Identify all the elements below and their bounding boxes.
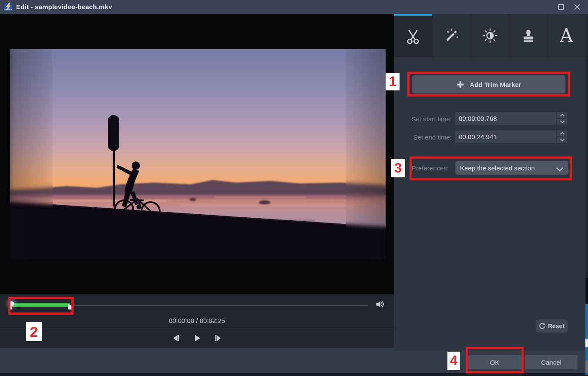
magic-wand-icon (444, 27, 460, 44)
reset-button[interactable]: Reset (536, 319, 568, 333)
edit-side-panel: A Add Trim Marker Set start time: Set en… (394, 14, 585, 350)
previous-frame-icon (171, 333, 181, 343)
tab-text[interactable]: A (547, 14, 585, 57)
plus-icon (456, 80, 464, 89)
start-time-up-button[interactable] (557, 112, 567, 118)
window-title: Edit - samplevideo-beach.mkv (16, 0, 112, 14)
bottom-edge-strip (0, 373, 588, 376)
reset-refresh-icon (539, 323, 545, 329)
trim-selection-segment[interactable] (12, 303, 70, 307)
start-time-spinner (557, 112, 567, 125)
ok-button[interactable]: OK (467, 355, 522, 369)
player-controls: 00:00:00 / 00:02:25 (0, 294, 394, 348)
end-time-label: Set end time: (400, 133, 452, 141)
start-time-input[interactable] (455, 112, 556, 125)
next-frame-icon (214, 333, 223, 343)
chevron-down-icon (560, 138, 565, 142)
speaker-icon (375, 299, 385, 309)
add-trim-marker-label: Add Trim Marker (470, 81, 521, 88)
scissors-icon (405, 28, 421, 45)
brightness-icon (482, 27, 498, 44)
cancel-button[interactable]: Cancel (525, 355, 578, 369)
preview-blur-band-left (10, 49, 53, 260)
start-time-label: Set start time: (400, 115, 452, 123)
chevron-down-icon (560, 120, 565, 123)
preview-blur-band-right (346, 49, 386, 260)
maximize-button[interactable] (554, 2, 568, 12)
chevron-down-icon (551, 166, 564, 173)
end-time-input[interactable] (455, 130, 556, 143)
next-frame-button[interactable] (214, 333, 223, 343)
add-trim-marker-button[interactable]: Add Trim Marker (412, 75, 565, 93)
beach-sunset-scene (10, 49, 386, 260)
tab-trim[interactable] (394, 14, 432, 57)
reset-label: Reset (548, 323, 564, 329)
previous-frame-button[interactable] (171, 333, 181, 343)
playhead[interactable] (9, 301, 14, 306)
video-stage: 00:00:00 / 00:02:25 (0, 14, 394, 348)
preferences-label: Preferences: (412, 164, 449, 172)
preferences-selected-value: Keep the selected section (455, 164, 535, 172)
title-bar[interactable]: Edit - samplevideo-beach.mkv (0, 0, 588, 14)
bottom-bar-left (0, 348, 394, 373)
text-a-icon: A (560, 27, 573, 45)
app-logo-icon (3, 2, 13, 12)
chevron-up-icon (560, 132, 565, 135)
start-time-down-button[interactable] (557, 119, 567, 125)
edit-tabs: A (394, 14, 585, 57)
video-preview[interactable] (10, 49, 386, 260)
chevron-up-icon (560, 113, 565, 117)
play-icon (192, 333, 202, 343)
end-time-spinner (557, 130, 567, 143)
play-button[interactable] (192, 333, 202, 343)
preferences-dropdown[interactable]: Keep the selected section (455, 161, 568, 175)
edit-dialog-window: Edit - samplevideo-beach.mkv (0, 0, 588, 376)
time-display: 00:00:00 / 00:02:25 (0, 317, 394, 324)
background-window-sliver (585, 14, 588, 373)
volume-button[interactable] (374, 299, 386, 310)
end-time-up-button[interactable] (557, 130, 567, 136)
close-button[interactable] (571, 2, 584, 12)
end-time-down-button[interactable] (557, 137, 567, 143)
tab-watermark[interactable] (509, 14, 547, 57)
controls-divider (0, 329, 394, 329)
stamp-icon (520, 27, 537, 44)
tab-effects[interactable] (432, 14, 470, 57)
tab-adjust[interactable] (470, 14, 509, 57)
